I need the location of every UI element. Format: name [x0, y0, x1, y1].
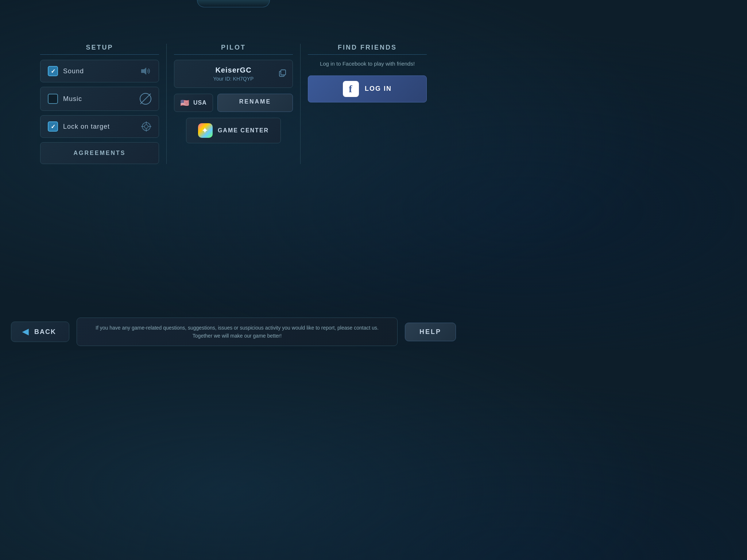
help-button[interactable]: HELP — [405, 323, 456, 341]
pilot-id: Your ID: KH7QYP — [182, 76, 285, 82]
main-content: SETUP Sound Music Lock on target — [33, 44, 434, 164]
sound-checkbox[interactable] — [48, 66, 58, 76]
music-setting-row[interactable]: Music — [40, 87, 159, 111]
lock-target-label: Lock on target — [63, 123, 136, 131]
bottom-bar: ◀ BACK If you have any game-related ques… — [0, 314, 467, 350]
pilot-actions: 🇺🇸 USA RENAME — [174, 94, 293, 112]
country-label: USA — [193, 100, 207, 106]
country-flag: 🇺🇸 — [180, 98, 190, 107]
target-icon — [141, 121, 151, 132]
find-friends-title: FIND FRIENDS — [308, 44, 427, 55]
help-message-text: If you have any game-related questions, … — [96, 325, 379, 339]
game-center-icon — [198, 123, 213, 138]
back-button[interactable]: ◀ BACK — [11, 322, 69, 342]
music-label: Music — [63, 95, 135, 103]
music-checkbox[interactable] — [48, 94, 58, 104]
sound-icon — [141, 67, 151, 75]
back-label: BACK — [34, 328, 56, 336]
sound-label: Sound — [63, 67, 136, 75]
svg-marker-0 — [141, 67, 146, 75]
top-decoration — [197, 0, 270, 7]
friends-column: FIND FRIENDS Log in to Facebook to play … — [301, 44, 434, 164]
setup-column: SETUP Sound Music Lock on target — [33, 44, 167, 164]
pilot-name: KeiserGC — [182, 66, 285, 74]
country-button[interactable]: 🇺🇸 USA — [174, 94, 213, 112]
copy-icon[interactable] — [279, 69, 287, 79]
sound-setting-row[interactable]: Sound — [40, 60, 159, 82]
back-arrow-icon: ◀ — [22, 327, 29, 337]
svg-point-2 — [144, 125, 148, 128]
pilot-info-box: KeiserGC Your ID: KH7QYP — [174, 60, 293, 88]
setup-title: SETUP — [40, 44, 159, 55]
friends-description: Log in to Facebook to play with friends! — [308, 60, 427, 68]
pilot-title: PILOT — [174, 44, 293, 55]
game-center-label: GAME CENTER — [218, 127, 269, 134]
facebook-icon — [343, 81, 359, 97]
help-message-box: If you have any game-related questions, … — [77, 318, 398, 346]
rename-button[interactable]: RENAME — [217, 94, 293, 112]
svg-rect-8 — [281, 70, 286, 75]
facebook-login-button[interactable]: LOG IN — [308, 75, 427, 102]
agreements-button[interactable]: AGREEMENTS — [40, 142, 159, 164]
lock-target-checkbox[interactable] — [48, 121, 58, 132]
music-disabled-icon — [140, 93, 151, 105]
pilot-column: PILOT KeiserGC Your ID: KH7QYP 🇺🇸 USA RE… — [167, 44, 301, 164]
game-center-button[interactable]: GAME CENTER — [186, 118, 281, 143]
lock-target-setting-row[interactable]: Lock on target — [40, 115, 159, 138]
login-label: LOG IN — [365, 85, 392, 93]
